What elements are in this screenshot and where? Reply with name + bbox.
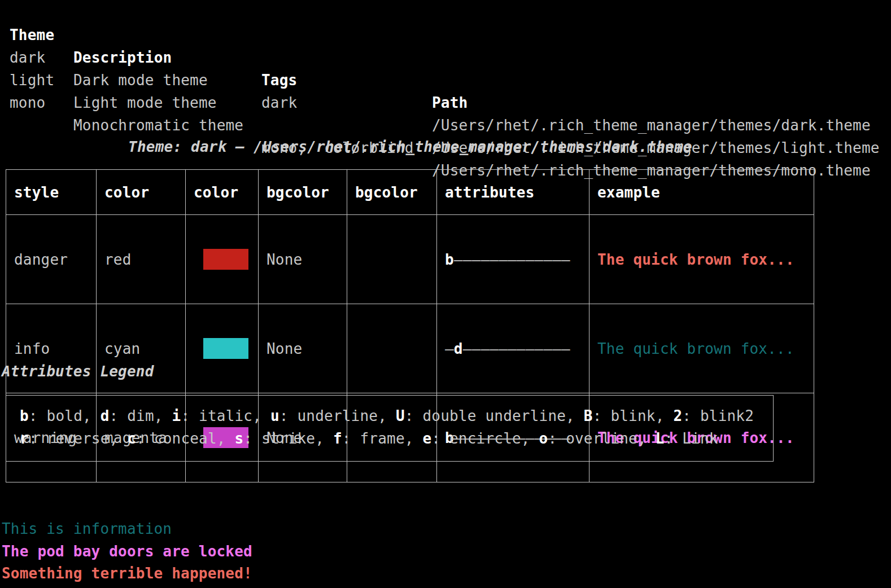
themes-table-header-row: Theme Description Tags Path — [0, 1, 891, 24]
color-swatch-cell — [186, 215, 259, 304]
attribute-key: 2 — [673, 407, 682, 424]
attribute-key: b — [445, 251, 454, 268]
attribute-text: : reverse, — [29, 430, 127, 447]
attribute-key: B — [584, 407, 593, 424]
attribute-key: e — [422, 430, 431, 447]
attribute-key: f — [333, 430, 342, 447]
example-cell: The quick brown fox... — [589, 304, 814, 393]
themes-table-row-dark: dark Dark mode theme dark /Users/rhet/.r… — [0, 24, 891, 46]
attribute-text: –––––––––––– — [463, 340, 570, 357]
bgcolor-name-cell: None — [259, 215, 347, 304]
attribute-text: ––––––––––––– — [454, 251, 570, 268]
cyan-color-swatch — [203, 338, 248, 359]
message-info: This is information — [2, 517, 172, 540]
col-header-color-swatch: color — [186, 170, 259, 215]
theme-detail-title: Theme: dark — /Users/rhet/.rich_theme_ma… — [6, 135, 815, 158]
attributes-legend-heading: Attributes Legend — [2, 360, 154, 383]
attribute-key: d — [454, 340, 463, 357]
bgcolor-swatch-cell — [347, 304, 437, 393]
col-header-color: color — [97, 170, 186, 215]
color-swatch-cell — [186, 304, 259, 393]
example-cell: The quick brown fox... — [589, 215, 814, 304]
attribute-text: : blink, — [593, 407, 674, 424]
attribute-text: – — [445, 340, 454, 357]
col-header-attributes: attributes — [437, 170, 589, 215]
style-name-cell: danger — [6, 215, 97, 304]
attribute-text: : conceal, — [136, 430, 234, 447]
message-danger: Something terrible happened! — [2, 562, 252, 585]
col-header-style: style — [6, 170, 97, 215]
attribute-key: u — [270, 407, 279, 424]
attribute-text: : overline, — [548, 430, 655, 447]
attribute-text: : double underline, — [405, 407, 584, 424]
legend-line-1: b: bold, d: dim, i: italic, u: underline… — [20, 405, 773, 427]
styles-table-header-row: style color color bgcolor bgcolor attrib… — [6, 170, 814, 215]
legend-line-2: r: reverse, c: conceal, s: strike, f: fr… — [20, 427, 773, 450]
attributes-cell: –d–––––––––––– — [437, 304, 589, 393]
col-header-bgcolor-swatch: bgcolor — [347, 170, 437, 215]
attribute-text: : dim, — [110, 407, 172, 424]
attribute-text: : frame, — [342, 430, 423, 447]
themes-table-row-light: light Light mode theme /Users/rhet/.rich… — [0, 46, 891, 69]
attribute-text: : blink2 — [682, 407, 754, 424]
attribute-key: c — [127, 430, 136, 447]
message-warning: The pod bay doors are locked — [2, 540, 252, 563]
col-header-example: example — [589, 170, 814, 215]
themes-table-row-mono: mono Monochromatic theme mono, colorblin… — [0, 69, 891, 91]
style-row-danger: danger red None b––––––––––––– The quick… — [6, 215, 814, 304]
tags-cell: dark — [261, 91, 297, 114]
attribute-key: b — [20, 407, 29, 424]
attribute-text: : Link — [665, 430, 718, 447]
path-cell: /Users/rhet/.rich_theme_manager/themes/d… — [432, 114, 871, 137]
terminal-screen: { "colors": { "background": "#000000", "… — [0, 0, 891, 588]
col-header-bgcolor: bgcolor — [259, 170, 347, 215]
red-color-swatch — [203, 249, 248, 270]
attribute-text: : encircle, — [431, 430, 539, 447]
attribute-key: U — [396, 407, 405, 424]
bgcolor-name-cell: None — [259, 304, 347, 393]
attribute-key: i — [172, 407, 181, 424]
attribute-text: : italic, — [181, 407, 270, 424]
attribute-key: d — [101, 407, 110, 424]
attributes-cell: b––––––––––––– — [437, 215, 589, 304]
description-cell: Light mode theme — [73, 91, 217, 114]
attribute-text: : bold, — [29, 407, 101, 424]
col-header-path: Path — [432, 91, 468, 114]
color-name-cell: red — [97, 215, 186, 304]
attribute-key: L — [656, 430, 665, 447]
attribute-key: o — [539, 430, 548, 447]
description-cell: Monochromatic theme — [73, 114, 243, 137]
bgcolor-swatch-cell — [347, 215, 437, 304]
attributes-legend-box: b: bold, d: dim, i: italic, u: underline… — [6, 395, 774, 462]
attribute-text: : strike, — [243, 430, 333, 447]
attribute-key: s — [235, 430, 244, 447]
theme-name-cell: mono — [10, 91, 45, 114]
attribute-text: : underline, — [279, 407, 396, 424]
attribute-key: r — [20, 430, 29, 447]
